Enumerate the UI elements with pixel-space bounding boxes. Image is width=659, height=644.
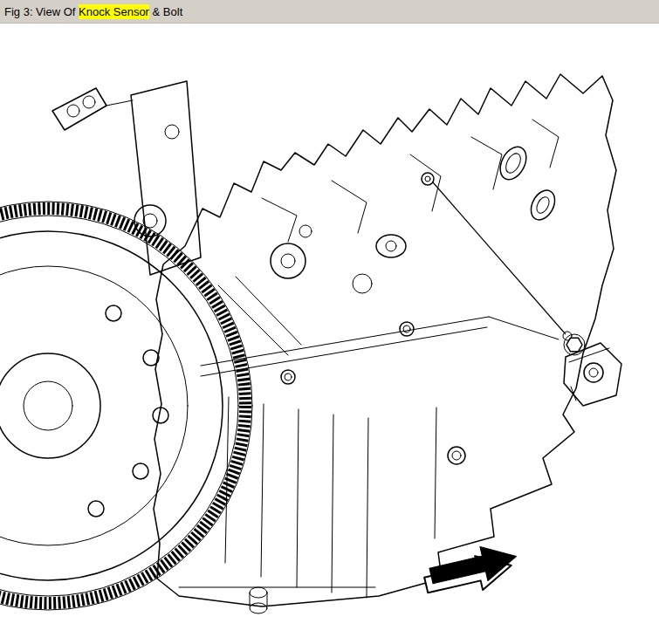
figure-page: Fig 3: View Of Knock Sensor & Bolt	[0, 0, 659, 644]
knock-sensor-bolt-icon	[563, 332, 585, 355]
direction-arrow-icon	[421, 539, 522, 602]
knock-sensor-icon	[563, 332, 621, 406]
engine-block-icon	[52, 74, 616, 613]
leader-line	[433, 182, 566, 334]
caption-suffix: & Bolt	[149, 5, 182, 18]
caption-highlight: Knock Sensor	[79, 4, 149, 19]
figure-caption-bar: Fig 3: View Of Knock Sensor & Bolt	[0, 0, 659, 24]
engine-diagram	[0, 24, 659, 643]
diagram-area	[0, 24, 659, 643]
flywheel-ring-gear-icon	[0, 202, 252, 610]
caption-prefix: Fig 3: View Of	[4, 5, 79, 18]
